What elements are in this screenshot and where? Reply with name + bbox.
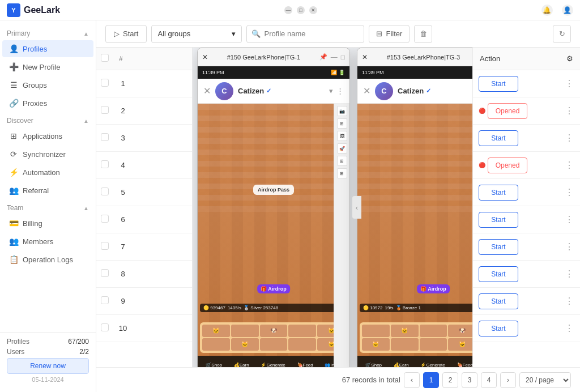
sidebar-item-groups[interactable]: ☰ Groups — [2, 76, 93, 93]
notification-icon[interactable]: 🔔 — [541, 5, 553, 16]
sidebar-item-profiles[interactable]: 👤 Profiles — [2, 40, 93, 57]
sidebar-item-synchronizer[interactable]: ⟳ Synchronizer — [2, 146, 93, 163]
row-4-checkbox[interactable] — [101, 160, 109, 168]
phone-1-minimize-icon[interactable]: — — [331, 53, 338, 61]
page-1-button[interactable]: 1 — [423, 372, 439, 388]
page-2-button[interactable]: 2 — [442, 372, 458, 388]
phone-1-titlebar: ✕ #150 GeeLarkPhone|TG-1 📌 — □ — [198, 48, 349, 66]
table-row: 8 — [96, 261, 192, 288]
sidebar-item-referral[interactable]: 👥 Referral — [2, 182, 93, 199]
phone-2-status-bar: 11:39 PM 📶🔋 — [357, 66, 472, 79]
page-4-button[interactable]: 4 — [481, 372, 497, 388]
phone-1-more-icon[interactable]: ⋮ — [336, 87, 344, 95]
start-action-1[interactable]: Start — [479, 76, 518, 92]
proxies-icon: 🔗 — [9, 99, 18, 108]
group-select[interactable]: All groups ▾ — [151, 25, 242, 43]
action-settings-icon[interactable]: ⚙ — [566, 54, 573, 63]
opened-action-2[interactable]: Opened — [488, 103, 527, 119]
row-3-checkbox[interactable] — [101, 133, 109, 141]
phone-2-bottom-bar: 🛒Shop 💰Earn ⚡Generate 🍖Feed 👥Invite — [357, 356, 472, 367]
members-icon: 👥 — [9, 237, 18, 246]
next-page-button[interactable]: › — [500, 372, 516, 388]
start-button-toolbar[interactable]: ▷ Start — [105, 25, 147, 43]
side-ctrl-6[interactable]: ⊞ — [337, 168, 347, 178]
start-action-7[interactable]: Start — [479, 239, 518, 255]
more-action-10[interactable]: ⋮ — [564, 323, 574, 334]
renew-button[interactable]: Renew now — [7, 358, 89, 374]
more-action-9[interactable]: ⋮ — [564, 296, 574, 306]
phone-1-pin-icon[interactable]: 📌 — [319, 53, 327, 61]
sidebar-item-operation-logs[interactable]: 📋 Operation Logs — [2, 251, 93, 268]
start-action-8[interactable]: Start — [479, 266, 518, 282]
start-action-5[interactable]: Start — [479, 185, 518, 201]
sidebar-item-applications[interactable]: ⊞ Applications — [2, 127, 93, 144]
phone-2-verified-icon: ✓ — [426, 87, 431, 95]
phone-1-maximize-icon[interactable]: □ — [341, 53, 345, 61]
start-action-9[interactable]: Start — [479, 293, 518, 309]
phone-1-bottom-bar: 🛒Shop 💰Earn ⚡Generate 🍖Feed 👥Invite — [198, 356, 349, 367]
more-action-8[interactable]: ⋮ — [564, 269, 574, 279]
phone-1-stats-bar: 🟡 939467 1405/s 🥈 Silver 253748 — [200, 304, 347, 312]
row-2-checkbox[interactable] — [101, 106, 109, 114]
discover-chevron-icon: ▲ — [83, 118, 89, 124]
minimize-button[interactable]: — — [284, 6, 292, 14]
side-ctrl-5[interactable]: ⊞ — [337, 156, 347, 166]
phone-1-back-icon[interactable]: ✕ — [203, 86, 211, 96]
expiry-date: 05-11-2024 — [7, 376, 89, 383]
phone-1-close-icon[interactable]: ✕ — [202, 53, 208, 61]
opened-action-4[interactable]: Opened — [488, 157, 527, 173]
start-action-6[interactable]: Start — [479, 212, 518, 228]
row-10-checkbox[interactable] — [101, 323, 109, 331]
opened-indicator-2: 🔴 — [479, 108, 485, 114]
row-8-checkbox[interactable] — [101, 269, 109, 277]
sidebar-item-automation[interactable]: ⚡ Automation — [2, 164, 93, 181]
phone-1-dropdown-icon[interactable]: ▾ — [329, 87, 333, 95]
row-6-checkbox[interactable] — [101, 215, 109, 223]
action-header: Action ⚙ — [473, 48, 580, 70]
prev-page-button[interactable]: ‹ — [404, 372, 420, 388]
page-3-button[interactable]: 3 — [462, 372, 477, 388]
table-row: 3 — [96, 125, 192, 152]
more-action-4[interactable]: ⋮ — [564, 160, 574, 171]
maximize-button[interactable]: □ — [297, 6, 305, 14]
row-9-checkbox[interactable] — [101, 296, 109, 304]
header-checkbox-col — [101, 54, 119, 63]
sidebar-item-members[interactable]: 👥 Members — [2, 233, 93, 250]
select-all-checkbox[interactable] — [101, 54, 109, 62]
phone-2-game-content: 🎁 Airdrop 🟡 10972 19/s 🥉 Bronze 1 🐱 — [357, 104, 472, 367]
more-action-3[interactable]: ⋮ — [564, 133, 574, 143]
filter-button[interactable]: ⊟ Filter — [369, 25, 410, 43]
side-ctrl-2[interactable]: ⊞ — [337, 118, 347, 129]
main-layout: Primary ▲ 👤 Profiles ➕ New Profile ☰ Gro… — [0, 20, 580, 392]
sidebar-item-new-profile[interactable]: ➕ New Profile — [2, 58, 93, 75]
sidebar-item-billing[interactable]: 💳 Billing — [2, 215, 93, 232]
more-action-6[interactable]: ⋮ — [564, 215, 574, 225]
more-action-1[interactable]: ⋮ — [564, 79, 574, 89]
side-ctrl-1[interactable]: 📷 — [337, 106, 347, 116]
close-button[interactable]: ✕ — [309, 6, 317, 14]
more-action-2[interactable]: ⋮ — [564, 106, 574, 116]
search-input[interactable] — [264, 29, 359, 38]
start-action-10[interactable]: Start — [479, 321, 518, 336]
side-ctrl-3[interactable]: 🖼 — [337, 131, 347, 141]
titlebar-left: Y GeeLark — [7, 3, 60, 17]
collapse-arrow[interactable]: ‹ — [352, 196, 361, 219]
sidebar: Primary ▲ 👤 Profiles ➕ New Profile ☰ Gro… — [0, 20, 96, 392]
phone-2-close-icon[interactable]: ✕ — [362, 53, 368, 61]
phone-1-chat-header: ✕ C Catizen ✓ ▾ ⋮ — [198, 79, 349, 104]
row-7-checkbox[interactable] — [101, 242, 109, 250]
phone-2-back-icon[interactable]: ✕ — [363, 86, 370, 96]
refresh-button[interactable]: ↻ — [553, 25, 571, 43]
more-action-7[interactable]: ⋮ — [564, 242, 574, 252]
page-size-select[interactable]: 20 / page 50 / page 100 / page — [519, 372, 571, 388]
delete-button[interactable]: 🗑 — [414, 25, 432, 43]
side-ctrl-4[interactable]: 🚀 — [337, 143, 347, 154]
row-5-checkbox[interactable] — [101, 188, 109, 195]
row-1-checkbox[interactable] — [101, 79, 109, 87]
more-action-5[interactable]: ⋮ — [564, 188, 574, 198]
user-avatar-icon[interactable]: 👤 — [562, 5, 573, 16]
action-row-3: Start ⋮ — [473, 125, 580, 152]
search-box: 🔍 — [246, 25, 364, 43]
start-action-3[interactable]: Start — [479, 130, 518, 146]
sidebar-item-proxies[interactable]: 🔗 Proxies — [2, 95, 93, 112]
